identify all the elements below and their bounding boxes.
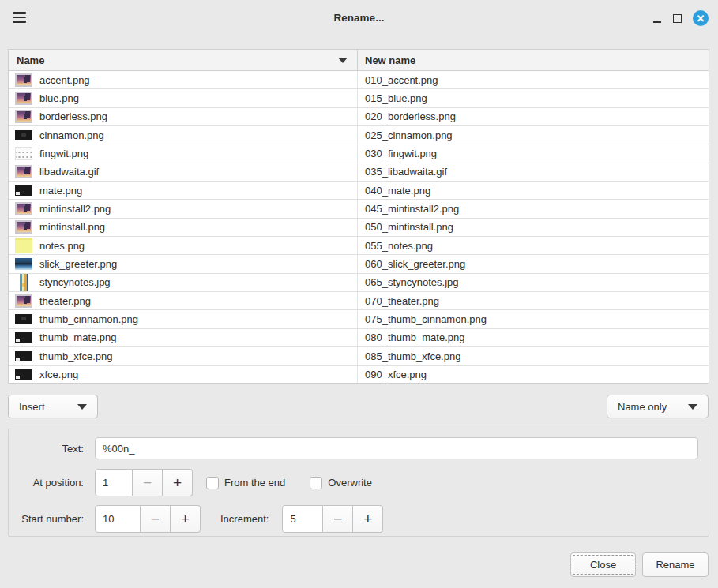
sticky-note-thumbnail-icon (15, 238, 32, 253)
file-name: xfce.png (39, 369, 78, 380)
table-row[interactable]: libadwaita.gif 035_libadwaita.gif (9, 163, 709, 182)
file-name: borderless.png (39, 110, 107, 122)
position-decrement-button[interactable]: − (133, 469, 163, 496)
file-name-cell: theater.png (9, 292, 358, 309)
file-name: libadwaita.gif (39, 166, 99, 178)
file-new-name: 035_libadwaita.gif (365, 166, 447, 178)
file-new-name-cell: 015_blue.png (358, 89, 709, 107)
text-label: Text: (9, 443, 84, 455)
increment-increment-button[interactable]: + (353, 505, 383, 533)
file-name-cell: accent.png (9, 71, 358, 88)
table-row[interactable]: cinnamon.png 025_cinnamon.png (9, 126, 709, 144)
start-number-decrement-button[interactable]: − (141, 505, 171, 533)
text-input[interactable] (95, 437, 698, 459)
start-number-input[interactable] (95, 505, 141, 533)
file-name: slick_greeter.png (39, 258, 117, 270)
sunset-thumbnail-icon (15, 73, 32, 87)
file-name-cell: xfce.png (9, 366, 358, 384)
table-row[interactable]: mate.png 040_mate.png (9, 182, 709, 200)
scope-select[interactable]: Name only (607, 395, 709, 418)
file-new-name-cell: 040_mate.png (358, 182, 709, 199)
column-header-new-name[interactable]: New name (358, 50, 709, 70)
insert-dropdown-button[interactable]: Insert (8, 395, 98, 418)
increment-label: Increment: (220, 513, 269, 525)
file-new-name-cell: 085_thumb_xfce.png (358, 347, 709, 365)
table-row[interactable]: xfce.png 090_xfce.png (9, 366, 709, 384)
vertical-strip-thumbnail-icon (20, 274, 28, 291)
maximize-icon[interactable] (673, 14, 682, 23)
from-the-end-label: From the end (224, 477, 285, 489)
file-name: cinnamon.png (39, 129, 104, 141)
rename-preview-table: Name New name accent.png 010_accent.png … (8, 49, 709, 384)
table-row[interactable]: thumb_mate.png 080_thumb_mate.png (9, 329, 709, 347)
sunset-thumbnail-icon (15, 92, 32, 105)
table-row[interactable]: mintinstall2.png 045_mintinstall2.png (9, 200, 709, 218)
file-name: thumb_mate.png (39, 331, 117, 343)
file-name: theater.png (39, 295, 91, 307)
file-new-name-cell: 025_cinnamon.png (358, 126, 709, 144)
file-new-name: 015_blue.png (365, 92, 427, 104)
close-button[interactable]: Close (570, 552, 636, 577)
file-new-name: 075_thumb_cinnamon.png (365, 313, 487, 325)
file-new-name-cell: 055_notes.png (358, 237, 709, 254)
file-new-name: 020_borderless.png (365, 110, 456, 122)
file-name-cell: slick_greeter.png (9, 255, 358, 272)
chevron-down-icon (77, 404, 87, 410)
close-window-icon[interactable]: ✕ (693, 10, 709, 26)
file-new-name: 060_slick_greeter.png (365, 258, 465, 270)
sunset-thumbnail-icon (15, 294, 32, 308)
sunset-thumbnail-icon (15, 220, 32, 234)
table-row[interactable]: accent.png 010_accent.png (9, 71, 709, 89)
table-row[interactable]: slick_greeter.png 060_slick_greeter.png (9, 255, 709, 273)
scope-value: Name only (618, 401, 667, 413)
dots-light-thumbnail-icon (15, 147, 32, 160)
file-name: fingwit.png (39, 148, 88, 159)
column-new-name-label: New name (365, 54, 415, 66)
dark-screenshot-thumbnail-icon (15, 130, 32, 140)
file-name: notes.png (39, 240, 85, 252)
overwrite-label: Overwrite (328, 477, 372, 489)
table-row[interactable]: notes.png 055_notes.png (9, 237, 709, 255)
file-name-cell: borderless.png (9, 108, 358, 125)
table-row[interactable]: thumb_xfce.png 085_thumb_xfce.png (9, 347, 709, 365)
sort-descending-icon[interactable] (338, 58, 348, 63)
table-row[interactable]: styncynotes.jpg 065_styncynotes.jpg (9, 274, 709, 292)
increment-input[interactable] (282, 505, 323, 533)
file-new-name: 055_notes.png (365, 240, 433, 252)
dark-screenshot-corner-thumbnail-icon (15, 369, 32, 380)
file-name-cell: blue.png (9, 89, 358, 107)
position-increment-button[interactable]: + (163, 469, 193, 496)
from-the-end-checkbox[interactable]: From the end (206, 477, 285, 489)
sunset-thumbnail-icon (15, 165, 32, 178)
file-new-name: 045_mintinstall2.png (365, 203, 459, 215)
table-row[interactable]: thumb_cinnamon.png 075_thumb_cinnamon.pn… (9, 310, 709, 328)
file-name-cell: notes.png (9, 237, 358, 254)
minimize-icon[interactable] (653, 13, 662, 24)
position-input[interactable] (95, 469, 133, 496)
table-row[interactable]: borderless.png 020_borderless.png (9, 108, 709, 126)
rename-button[interactable]: Rename (642, 552, 709, 577)
start-number-spinbox: − + (95, 505, 201, 533)
overwrite-checkbox[interactable]: Overwrite (310, 477, 372, 489)
file-new-name-cell: 080_thumb_mate.png (358, 329, 709, 346)
file-name-cell: cinnamon.png (9, 126, 358, 144)
table-row[interactable]: blue.png 015_blue.png (9, 89, 709, 107)
start-number-increment-button[interactable]: + (171, 505, 201, 533)
file-new-name: 010_accent.png (365, 74, 438, 86)
file-name: mate.png (39, 185, 82, 197)
table-row[interactable]: theater.png 070_theater.png (9, 292, 709, 310)
file-name-cell: mate.png (9, 182, 358, 199)
increment-spinbox: − + (282, 505, 383, 533)
file-new-name-cell: 060_slick_greeter.png (358, 255, 709, 272)
at-position-label: At position: (9, 477, 84, 489)
file-new-name-cell: 075_thumb_cinnamon.png (358, 310, 709, 328)
file-new-name-cell: 035_libadwaita.gif (358, 163, 709, 181)
increment-decrement-button[interactable]: − (323, 505, 353, 533)
file-new-name: 070_theater.png (365, 295, 439, 307)
table-row[interactable]: mintinstall.png 050_mintinstall.png (9, 219, 709, 237)
column-header-name[interactable]: Name (9, 50, 358, 70)
file-new-name: 085_thumb_xfce.png (365, 350, 460, 362)
file-name-cell: thumb_xfce.png (9, 347, 358, 365)
table-row[interactable]: fingwit.png 030_fingwit.png (9, 144, 709, 163)
file-name: accent.png (39, 74, 90, 86)
